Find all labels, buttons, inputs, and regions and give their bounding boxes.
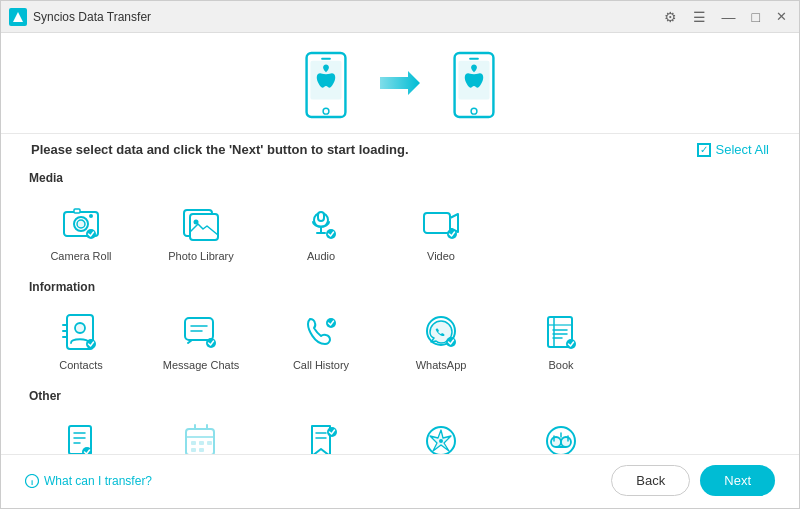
title-bar: Syncios Data Transfer ⚙ ☰ — □ ✕ (1, 1, 799, 33)
category-information: Information (21, 280, 779, 379)
video-label: Video (427, 250, 455, 262)
category-media: Media (21, 171, 779, 270)
item-video[interactable]: Video (381, 193, 501, 270)
svg-rect-32 (185, 318, 213, 340)
item-message-chats[interactable]: Message Chats (141, 302, 261, 379)
item-bookmarks[interactable]: Bookmarks (261, 411, 381, 454)
audio-label: Audio (307, 250, 335, 262)
category-other: Other (21, 389, 779, 454)
item-voice-mail[interactable]: Voice Mail (501, 411, 621, 454)
info-icon: i (25, 474, 39, 488)
svg-rect-59 (199, 448, 204, 452)
select-all-button[interactable]: ✓ Select All (697, 142, 769, 157)
svg-point-36 (326, 318, 336, 328)
message-chats-icon (179, 310, 223, 354)
camera-roll-icon (59, 201, 103, 245)
window-controls: ⚙ ☰ — □ ✕ (660, 7, 791, 27)
svg-point-15 (86, 229, 96, 239)
svg-text:i: i (31, 478, 33, 487)
maximize-icon[interactable]: □ (748, 7, 764, 27)
category-other-title: Other (21, 389, 779, 403)
camera-roll-label: Camera Roll (50, 250, 111, 262)
select-all-label: Select All (716, 142, 769, 157)
audio-icon (299, 201, 343, 245)
item-camera-roll[interactable]: Camera Roll (21, 193, 141, 270)
help-text: What can I transfer? (44, 474, 152, 488)
svg-point-31 (86, 339, 96, 349)
svg-point-35 (206, 338, 216, 348)
whatsapp-icon (419, 310, 463, 354)
transfer-diagram (1, 33, 799, 133)
svg-rect-56 (199, 441, 204, 445)
item-safari-history[interactable]: Safari History (381, 411, 501, 454)
item-calendar: Calendar (141, 411, 261, 454)
svg-rect-58 (191, 448, 196, 452)
notes-icon (59, 419, 103, 454)
call-history-icon (299, 310, 343, 354)
video-icon (419, 201, 463, 245)
help-link[interactable]: i What can I transfer? (25, 474, 152, 488)
close-icon[interactable]: ✕ (772, 7, 791, 26)
item-photo-library[interactable]: Photo Library (141, 193, 261, 270)
main-window: Syncios Data Transfer ⚙ ☰ — □ ✕ (0, 0, 800, 509)
back-button[interactable]: Back (611, 465, 690, 496)
menu-icon[interactable]: ☰ (689, 7, 710, 27)
photo-library-icon (179, 201, 223, 245)
book-label: Book (548, 359, 573, 371)
information-items: Contacts (21, 302, 779, 379)
item-call-history[interactable]: Call History (261, 302, 381, 379)
svg-point-66 (551, 437, 561, 447)
instruction-bar: Please select data and click the 'Next' … (1, 133, 799, 167)
call-history-label: Call History (293, 359, 349, 371)
svg-point-27 (75, 323, 85, 333)
app-logo (9, 8, 27, 26)
media-items: Camera Roll Photo Library (21, 193, 779, 270)
svg-point-25 (447, 229, 457, 239)
transfer-arrow (380, 69, 420, 102)
message-chats-label: Message Chats (163, 359, 239, 371)
item-book[interactable]: Book (501, 302, 621, 379)
svg-point-18 (194, 220, 199, 225)
svg-rect-13 (74, 209, 80, 213)
item-audio[interactable]: Audio (261, 193, 381, 270)
svg-point-38 (446, 337, 456, 347)
category-information-title: Information (21, 280, 779, 294)
next-button[interactable]: Next (700, 465, 775, 496)
svg-point-64 (439, 439, 443, 443)
item-notes[interactable]: Notes (21, 411, 141, 454)
svg-point-67 (561, 437, 571, 447)
calendar-icon (179, 419, 223, 454)
categories-list: Media (1, 167, 799, 454)
category-media-title: Media (21, 171, 779, 185)
instruction-text: Please select data and click the 'Next' … (31, 142, 409, 157)
source-phone (302, 51, 350, 119)
contacts-label: Contacts (59, 359, 102, 371)
minimize-icon[interactable]: — (718, 7, 740, 27)
content-area: Please select data and click the 'Next' … (1, 33, 799, 508)
svg-point-3 (323, 108, 329, 114)
voice-mail-icon (539, 419, 583, 454)
svg-rect-57 (207, 441, 212, 445)
svg-rect-20 (318, 212, 324, 221)
svg-point-14 (89, 214, 93, 218)
window-title: Syncios Data Transfer (33, 10, 660, 24)
whatsapp-label: WhatsApp (416, 359, 467, 371)
item-whatsapp[interactable]: WhatsApp (381, 302, 501, 379)
bottom-buttons: Back Next (611, 465, 775, 496)
svg-marker-0 (13, 12, 23, 22)
book-icon (539, 310, 583, 354)
photo-library-label: Photo Library (168, 250, 233, 262)
contacts-icon (59, 310, 103, 354)
svg-point-8 (471, 108, 477, 114)
svg-point-23 (326, 229, 336, 239)
other-items: Notes (21, 411, 779, 454)
item-contacts[interactable]: Contacts (21, 302, 141, 379)
svg-rect-24 (424, 213, 450, 233)
svg-rect-55 (191, 441, 196, 445)
svg-point-45 (566, 339, 576, 349)
settings-icon[interactable]: ⚙ (660, 7, 681, 27)
bottom-bar: i What can I transfer? Back Next (1, 454, 799, 508)
select-all-checkbox[interactable]: ✓ (697, 143, 711, 157)
svg-point-62 (327, 427, 337, 437)
svg-marker-5 (380, 71, 420, 95)
